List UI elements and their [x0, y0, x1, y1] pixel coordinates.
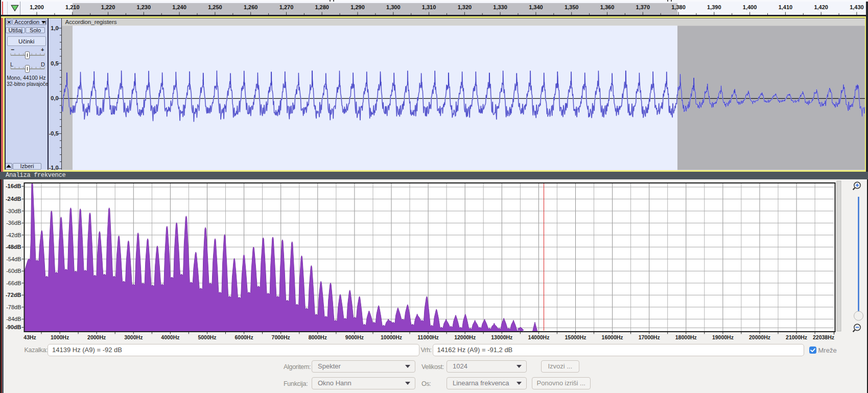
- svg-text:2000Hz: 2000Hz: [87, 334, 106, 340]
- svg-text:1,390: 1,390: [707, 4, 721, 10]
- svg-text:16000Hz: 16000Hz: [602, 334, 623, 340]
- svg-text:14000Hz: 14000Hz: [528, 334, 549, 340]
- svg-text:21000Hz: 21000Hz: [786, 334, 807, 340]
- svg-text:7000Hz: 7000Hz: [272, 334, 290, 340]
- svg-text:18000Hz: 18000Hz: [675, 334, 697, 340]
- svg-text:1,310: 1,310: [422, 4, 436, 10]
- svg-text:1,410: 1,410: [779, 4, 793, 10]
- svg-text:-90dB: -90dB: [6, 324, 21, 330]
- svg-text:8000Hz: 8000Hz: [309, 334, 327, 340]
- svg-text:-36dB: -36dB: [6, 220, 21, 226]
- svg-text:19000Hz: 19000Hz: [712, 334, 734, 340]
- svg-text:1,300: 1,300: [386, 4, 401, 10]
- svg-text:1,400: 1,400: [743, 4, 757, 10]
- svg-text:1,290: 1,290: [350, 4, 365, 10]
- svg-text:-0,5: -0,5: [49, 130, 58, 136]
- svg-text:1,220: 1,220: [101, 4, 115, 10]
- svg-text:3000Hz: 3000Hz: [124, 334, 143, 340]
- svg-text:-48dB: -48dB: [6, 244, 21, 250]
- svg-text:Accordion_registers: Accordion_registers: [65, 18, 117, 25]
- svg-text:-16dB: -16dB: [6, 183, 21, 189]
- svg-text:5000Hz: 5000Hz: [198, 334, 216, 340]
- svg-text:13000Hz: 13000Hz: [491, 334, 512, 340]
- svg-text:1,370: 1,370: [636, 4, 650, 10]
- svg-text:1,250: 1,250: [208, 4, 222, 10]
- svg-text:11000Hz: 11000Hz: [417, 334, 438, 340]
- svg-text:1,350: 1,350: [565, 4, 579, 10]
- svg-text:-84dB: -84dB: [6, 316, 21, 322]
- svg-text:+: +: [41, 47, 44, 53]
- svg-text:1,280: 1,280: [315, 4, 329, 10]
- svg-text:-54dB: -54dB: [6, 256, 21, 262]
- svg-text:-72dB: -72dB: [6, 292, 21, 298]
- svg-text:1,210: 1,210: [65, 4, 80, 10]
- svg-text:1,200: 1,200: [30, 4, 44, 10]
- svg-text:L: L: [10, 61, 13, 67]
- svg-text:1,320: 1,320: [458, 4, 472, 10]
- svg-text:1,230: 1,230: [137, 4, 151, 10]
- svg-text:1,260: 1,260: [244, 4, 258, 10]
- svg-text:20000Hz: 20000Hz: [749, 334, 770, 340]
- svg-text:15000Hz: 15000Hz: [565, 334, 586, 340]
- svg-text:43Hz: 43Hz: [24, 334, 36, 340]
- svg-text:−: −: [11, 47, 14, 53]
- svg-text:1,340: 1,340: [529, 4, 543, 10]
- svg-text:1,240: 1,240: [172, 4, 186, 10]
- svg-text:-60dB: -60dB: [6, 268, 21, 274]
- svg-text:12000Hz: 12000Hz: [454, 334, 476, 340]
- svg-text:-30dB: -30dB: [6, 208, 21, 214]
- svg-text:-42dB: -42dB: [6, 232, 21, 238]
- svg-text:22038Hz: 22038Hz: [813, 334, 834, 340]
- svg-text:D: D: [41, 61, 45, 67]
- svg-text:6000Hz: 6000Hz: [234, 334, 253, 340]
- svg-text:-78dB: -78dB: [6, 304, 21, 310]
- svg-text:-66dB: -66dB: [6, 280, 21, 286]
- svg-text:1,330: 1,330: [493, 4, 507, 10]
- svg-text:9000Hz: 9000Hz: [345, 334, 364, 340]
- svg-text:1,360: 1,360: [600, 4, 615, 10]
- svg-text:1,380: 1,380: [671, 4, 686, 10]
- svg-text:1,430: 1,430: [850, 4, 864, 10]
- svg-text:17000Hz: 17000Hz: [639, 334, 660, 340]
- svg-text:1000Hz: 1000Hz: [51, 334, 69, 340]
- svg-text:1,270: 1,270: [279, 4, 294, 10]
- svg-text:1,420: 1,420: [814, 4, 828, 10]
- svg-text:-24dB: -24dB: [6, 196, 21, 202]
- svg-text:10000Hz: 10000Hz: [381, 334, 402, 340]
- svg-text:4000Hz: 4000Hz: [161, 334, 179, 340]
